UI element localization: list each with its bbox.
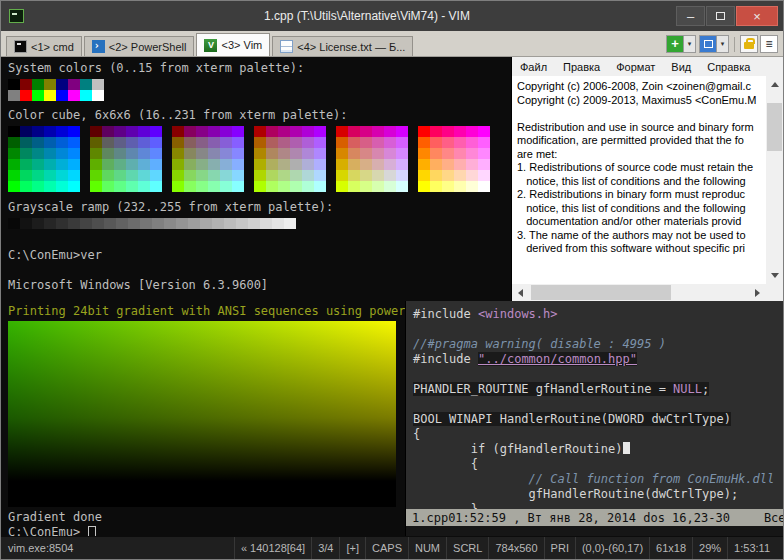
terminal-prompt-line: C:\ConEmu> [8,525,405,536]
minimize-button[interactable]: – [676,6,705,26]
color-swatch [20,90,32,101]
vim-code-line: if (gfHandlerRoutine) [413,442,783,457]
powershell-icon [92,40,105,53]
lock-icon [744,42,754,49]
statusbar-segment[interactable]: CAPS [365,537,408,559]
vim-code-line: } [413,502,783,509]
maximize-icon [716,12,725,20]
notepad-text-line: are met: [517,148,766,162]
vim-code-line: PHANDLER_ROUTINE gfHandlerRoutine = NULL… [413,382,783,397]
statusbar-segment[interactable]: NUM [408,537,446,559]
statusbar-segment[interactable]: 3/4 [311,537,339,559]
arrow-right-icon [755,289,760,297]
notepad-menu-item-5[interactable]: Справка [699,61,758,73]
notepad-text[interactable]: Copyright (c) 2006-2008, Zoin <zoinen@gm… [512,76,766,284]
new-console-dropdown[interactable]: ▾ [684,35,696,53]
color-swatch [56,90,68,101]
maximize-button[interactable] [706,6,735,26]
system-colors-swatches [8,79,511,101]
cmd-icon [14,40,27,53]
vim-code-line: { [413,427,783,442]
scroll-up-button[interactable] [766,76,783,93]
color-swatch [44,79,56,90]
vertical-scroll-thumb[interactable] [767,103,782,151]
blank-line [8,233,511,248]
statusbar-segment[interactable]: SCRL [446,537,488,559]
app-icon [9,9,24,23]
scroll-left-button[interactable] [512,284,529,301]
scroll-right-button[interactable] [749,284,766,301]
notepad-text-line: notice, this list of conditions and the … [517,175,766,189]
vertical-scrollbar[interactable] [766,76,783,284]
new-console-button[interactable]: + [666,35,684,53]
terminal-cursor [88,526,96,536]
close-icon: × [753,9,761,24]
terminal-text-line: System colors (0..15 from xterm palette)… [8,61,511,76]
terminal-text-line: Microsoft Windows [Version 6.3.9600] [8,278,511,293]
tab-label: <1> cmd [31,41,74,53]
color-swatch [20,79,32,90]
scroll-down-button[interactable] [766,267,783,284]
gradient-done-line: Gradient done [8,510,405,525]
notepad-menubar: ФайлПравкаФорматВидСправка [512,57,783,76]
notepad-text-line: 2. Redistributions in binary form must r… [517,188,766,202]
conemu-window: 1.cpp (T:\Utils\Alternative\ViM74) - VIM… [0,0,784,560]
horizontal-scrollbar[interactable] [512,284,766,301]
notepad-text-line: 1. Redistributions of source code must r… [517,161,766,175]
close-button[interactable]: × [736,6,778,26]
vim-commandline [406,526,783,536]
notepad-menu-item-3[interactable]: Формат [608,61,663,73]
window-switch-button[interactable] [699,35,717,53]
color-swatch [44,90,56,101]
statusbar-segment[interactable]: [+] [339,537,365,559]
vim-code[interactable]: #include <windows.h> //#pragma warning( … [406,301,783,509]
color-swatch [56,79,68,90]
statusbar-process[interactable]: vim.exe:8504 [8,542,83,554]
notepad-menu-item-1[interactable]: Файл [512,61,555,73]
window-switch-dropdown[interactable]: ▾ [717,35,729,53]
tab-label: <3> Vim [221,39,262,51]
vim-statusline: 1.cpp 01:52:59 , Вт янв 28, 2014 dos 16,… [406,509,783,526]
tab-list: <1> cmd<2> PowerShell<3> Vim<4> License.… [6,33,413,56]
system-menu-button[interactable]: ≡ [760,35,778,53]
arrow-left-icon [518,289,523,297]
notepad-text-line: Copyright (c) 2009-2013, Maximus5 <ConEm… [517,94,766,108]
titlebar[interactable]: 1.cpp (T:\Utils\Alternative\ViM74) - VIM… [1,1,783,31]
terminal-pane-powershell[interactable]: Printing 24bit gradient with ANSI sequen… [1,301,405,536]
console-area: System colors (0..15 from xterm palette)… [1,57,783,536]
terminal-pane-cmd[interactable]: System colors (0..15 from xterm palette)… [1,57,511,301]
statusbar-segments: « 140128[64]3/4[+]CAPSNUMSCRL784x560PRI(… [234,537,776,559]
vim-filename: 1.cpp [412,511,448,525]
vim-pane[interactable]: #include <windows.h> //#pragma warning( … [405,301,783,536]
vim-code-line [413,322,783,337]
tab-notepad[interactable]: <4> License.txt — Б... [272,36,413,56]
statusbar-segment[interactable]: 784x560 [488,537,543,559]
color-cube-block [336,126,408,192]
lock-button[interactable] [740,35,758,53]
color-swatch [32,90,44,101]
statusbar-segment[interactable]: PRI [544,537,575,559]
notepad-menu-item-2[interactable]: Правка [555,61,608,73]
notepad-text-line: Copyright (c) 2006-2008, Zoin <zoinen@gm… [517,80,766,94]
statusbar-segment[interactable]: 1:53:11 [727,537,776,559]
tabbar: <1> cmd<2> PowerShell<3> Vim<4> License.… [1,31,783,57]
color-swatch [32,79,44,90]
notepad-icon [280,40,293,53]
window-icon [704,40,713,48]
statusbar-segment[interactable]: (0,0)-(60,17) [575,537,649,559]
vim-code-line: #include <windows.h> [413,307,783,322]
notepad-text-line: documentation and/or other materials pro… [517,215,766,229]
notepad-menu-item-4[interactable]: Вид [663,61,699,73]
statusbar-segment[interactable]: 29% [692,537,727,559]
menu-icon: ≡ [765,37,772,51]
tab-cmd[interactable]: <1> cmd [6,36,82,56]
terminal-text-line: Grayscale ramp (232..255 from xterm pale… [8,200,511,215]
tab-vim[interactable]: <3> Vim [196,33,270,56]
statusbar-segment[interactable]: 61x18 [649,537,692,559]
statusbar-segment[interactable]: « 140128[64] [234,537,311,559]
vim-cursor [623,442,630,454]
vim-code-line: BOOL WINAPI HandlerRoutine(DWORD dwCtrlT… [413,412,783,427]
tab-powershell[interactable]: <2> PowerShell [84,36,195,56]
terminal-text-line: Color cube, 6x6x6 (16..231 from xterm pa… [8,108,511,123]
horizontal-scroll-thumb[interactable] [531,285,671,300]
